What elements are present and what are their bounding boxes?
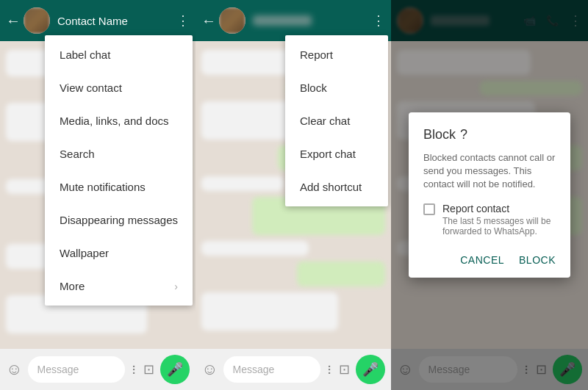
more-arrow-icon: › [174, 281, 178, 292]
mic-button-2[interactable]: 🎤 [356, 355, 385, 384]
camera-icon-1[interactable]: ⊡ [143, 361, 154, 378]
mic-button-1[interactable]: 🎤 [160, 355, 190, 384]
dialog-actions: Cancel Block [423, 245, 556, 272]
cancel-button[interactable]: Cancel [460, 251, 504, 269]
dialog-overlay: Block ? Blocked contacts cannot call or … [391, 0, 588, 390]
dialog-title-text: Block [423, 127, 456, 142]
block-dialog: Block ? Blocked contacts cannot call or … [409, 112, 570, 278]
report-contact-checkbox[interactable] [423, 203, 435, 215]
panel-1: ← Contact Name ⋮ Label chat View contact… [0, 0, 196, 390]
dots-icon-2[interactable]: ⋮ [372, 12, 385, 29]
menu-item-clear-chat[interactable]: Clear chat [285, 104, 388, 137]
camera-icon-2[interactable]: ⊡ [339, 361, 350, 378]
menu-item-search[interactable]: Search [45, 137, 193, 170]
dots-icon-1[interactable]: ⋮ [176, 12, 190, 29]
attach-icon-1[interactable]: ⫶ [131, 362, 137, 378]
contact-name-2 [253, 15, 312, 26]
dialog-question-mark: ? [460, 127, 467, 142]
menu-item-add-shortcut[interactable]: Add shortcut [285, 170, 388, 203]
message-field-1[interactable]: Message [28, 356, 125, 383]
panel-2: ← ⋮ Report Block Clear chat Export chat … [196, 0, 391, 390]
header-info-1: Contact Name [57, 15, 176, 27]
mic-icon-1: 🎤 [167, 361, 183, 378]
dialog-title: Block ? [423, 127, 556, 142]
menu-item-wallpaper[interactable]: Wallpaper [45, 236, 193, 270]
header-avatar-1 [24, 7, 50, 34]
message-placeholder-2: Message [232, 364, 274, 375]
menu-item-block[interactable]: Block [285, 71, 388, 104]
emoji-icon-2[interactable]: ☺ [201, 360, 218, 379]
attach-icon-2[interactable]: ⫶ [326, 362, 333, 378]
message-field-2[interactable]: Message [223, 356, 320, 383]
input-bar-1: ☺ Message ⫶ ⊡ 🎤 [0, 349, 196, 390]
menu-item-media-links[interactable]: Media, links, and docs [45, 104, 193, 137]
menu-item-view-contact[interactable]: View contact [45, 71, 193, 104]
dialog-checkbox-content: Report contact The last 5 messages will … [442, 203, 556, 236]
dialog-checkbox-row: Report contact The last 5 messages will … [423, 203, 556, 236]
menu-item-export-chat[interactable]: Export chat [285, 137, 388, 170]
dialog-body-text: Blocked contacts cannot call or send you… [423, 151, 556, 192]
menu-item-disappearing[interactable]: Disappearing messages [45, 203, 193, 236]
checkbox-sublabel: The last 5 messages will be forwarded to… [442, 216, 556, 236]
menu-item-more[interactable]: More › [45, 270, 193, 303]
menu-item-report[interactable]: Report [285, 38, 388, 71]
checkbox-label: Report contact [442, 203, 556, 214]
mic-icon-2: 🎤 [362, 361, 379, 378]
menu-item-mute[interactable]: Mute notifications [45, 170, 193, 203]
header-avatar-2 [219, 7, 245, 34]
menu-item-label-chat[interactable]: Label chat [45, 38, 193, 71]
back-icon-1[interactable]: ← [6, 12, 21, 29]
dropdown-menu-1: Label chat View contact Media, links, an… [45, 35, 193, 306]
contact-name-1: Contact Name [57, 15, 176, 27]
header-icons-2: ⋮ [372, 12, 385, 29]
block-button[interactable]: Block [519, 251, 556, 269]
dropdown-menu-2: Report Block Clear chat Export chat Add … [285, 35, 388, 206]
header-icons-1: ⋮ [176, 12, 190, 29]
header-info-2 [253, 15, 372, 26]
message-placeholder-1: Message [37, 364, 79, 375]
input-bar-2: ☺ Message ⫶ ⊡ 🎤 [196, 349, 391, 390]
emoji-icon-1[interactable]: ☺ [6, 360, 22, 379]
back-icon-2[interactable]: ← [201, 12, 216, 29]
panel-3: 📹 📞 ⋮ ☺ Message [391, 0, 588, 390]
